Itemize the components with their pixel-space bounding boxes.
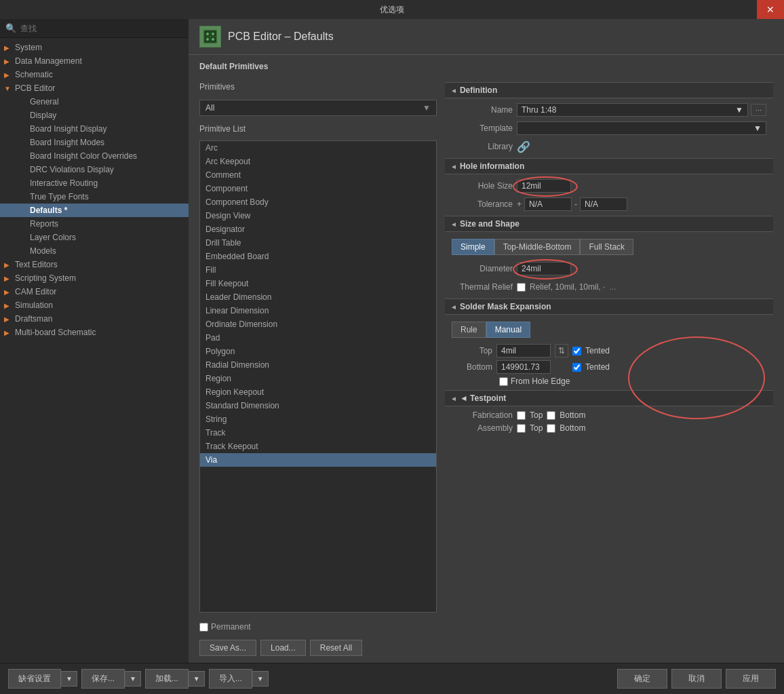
thermal-checkbox[interactable] — [517, 283, 526, 292]
tol-plus-input[interactable] — [524, 197, 572, 211]
list-item[interactable]: Pad — [200, 331, 436, 345]
load-button[interactable]: Load... — [260, 640, 306, 656]
default-settings-arrow[interactable]: ▼ — [61, 671, 77, 687]
sidebar-item-boardInsightDisplay[interactable]: Board Insight Display — [0, 122, 189, 136]
template-dropdown[interactable]: ▼ — [517, 121, 766, 135]
sidebar-item-draftsman[interactable]: ▶Draftsman — [0, 312, 189, 326]
sidebar-item-truetypeFonts[interactable]: True Type Fonts — [0, 190, 189, 204]
primitives-dropdown[interactable]: All ▼ — [199, 100, 437, 116]
sidebar-item-label: Models — [30, 246, 56, 256]
list-item[interactable]: Region — [200, 372, 436, 385]
reset-all-button[interactable]: Reset All — [310, 640, 362, 656]
import-arrow[interactable]: ▼ — [252, 671, 269, 687]
sidebar-item-dataManagement[interactable]: ▶Data Management — [0, 54, 189, 68]
solder-mask-collapse-icon[interactable]: ◄ — [450, 303, 457, 311]
top-middle-bottom-button[interactable]: Top-Middle-Bottom — [494, 239, 581, 255]
list-item[interactable]: Linear Dimension — [200, 304, 436, 317]
list-item[interactable]: Component Body — [200, 195, 436, 209]
sidebar-item-multiboardSchematic[interactable]: ▶Multi-board Schematic — [0, 326, 189, 339]
bottom-mask-input[interactable] — [496, 360, 551, 374]
name-more-button[interactable]: ··· — [751, 104, 766, 116]
save-arrow[interactable]: ▼ — [125, 671, 141, 687]
size-shape-collapse-icon[interactable]: ◄ — [450, 220, 457, 228]
save-as-button[interactable]: Save As... — [199, 640, 256, 656]
list-item[interactable]: Drill Table — [200, 236, 436, 250]
from-hole-edge-checkbox[interactable] — [499, 377, 508, 386]
sidebar-item-label: General — [30, 97, 59, 107]
bottom-tented-checkbox[interactable] — [572, 363, 581, 372]
template-row: Template ▼ — [452, 121, 766, 136]
list-item[interactable]: Fill Keepout — [200, 277, 436, 290]
top-tented-checkbox[interactable] — [572, 347, 581, 355]
sidebar-item-models[interactable]: Models — [0, 244, 189, 258]
assembly-bottom-checkbox[interactable] — [547, 424, 555, 433]
library-link-icon[interactable]: 🔗 — [517, 140, 530, 153]
link-toggle-button[interactable]: ⇅ — [555, 344, 568, 358]
testpoint-collapse-icon[interactable]: ◄ — [450, 395, 457, 402]
sidebar-arrow-icon: ▶ — [4, 44, 12, 52]
list-item[interactable]: Comment — [200, 168, 436, 182]
list-item[interactable]: Standard Dimension — [200, 399, 436, 412]
list-item[interactable]: Component — [200, 182, 436, 195]
simple-button[interactable]: Simple — [452, 239, 494, 255]
hole-size-input[interactable] — [517, 179, 571, 193]
list-item[interactable]: Designator — [200, 223, 436, 236]
apply-button[interactable]: 应用 — [726, 669, 776, 689]
sidebar-item-layerColors[interactable]: Layer Colors — [0, 231, 189, 244]
sidebar-item-system[interactable]: ▶System — [0, 41, 189, 54]
sidebar-item-boardInsightModes[interactable]: Board Insight Modes — [0, 136, 189, 149]
hole-info-collapse-icon[interactable]: ◄ — [450, 163, 457, 170]
confirm-button[interactable]: 确定 — [617, 669, 667, 689]
list-item[interactable]: Region Keepout — [200, 385, 436, 399]
thermal-extra[interactable]: ... — [609, 282, 616, 292]
close-button[interactable]: ✕ — [757, 0, 784, 19]
list-item[interactable]: Arc Keepout — [200, 155, 436, 168]
sidebar-item-defaults[interactable]: Defaults * — [0, 204, 189, 217]
search-input[interactable] — [20, 24, 183, 33]
list-item[interactable]: Track Keepout — [200, 440, 436, 453]
list-item[interactable]: Via — [200, 453, 436, 467]
sidebar-item-camEditor[interactable]: ▶CAM Editor — [0, 285, 189, 298]
list-item[interactable]: Ordinate Dimension — [200, 317, 436, 331]
list-item[interactable]: Design View — [200, 209, 436, 223]
list-item[interactable]: Fill — [200, 263, 436, 277]
sidebar-item-reports[interactable]: Reports — [0, 217, 189, 231]
fabrication-top-checkbox[interactable] — [517, 411, 526, 420]
tol-minus-input[interactable] — [580, 197, 627, 211]
sidebar-item-interactiveRouting[interactable]: Interactive Routing — [0, 176, 189, 190]
list-item[interactable]: Embedded Board — [200, 250, 436, 263]
fabrication-bottom-checkbox[interactable] — [547, 411, 555, 420]
sidebar-item-schematic[interactable]: ▶Schematic — [0, 68, 189, 81]
sidebar-item-boardInsightColorOverrides[interactable]: Board Insight Color Overrides — [0, 149, 189, 163]
sidebar-item-pcbEditor[interactable]: ▼PCB Editor — [0, 81, 189, 95]
list-item[interactable]: Radial Dimension — [200, 358, 436, 372]
sidebar-item-drcViolationsDisplay[interactable]: DRC Violations Display — [0, 163, 189, 176]
list-item[interactable]: Leader Dimension — [200, 290, 436, 304]
assembly-top-checkbox[interactable] — [517, 424, 526, 433]
sidebar-item-simulation[interactable]: ▶Simulation — [0, 298, 189, 312]
list-item[interactable]: String — [200, 412, 436, 426]
list-item[interactable]: Polygon — [200, 345, 436, 358]
list-item[interactable]: Arc — [200, 141, 436, 155]
load-button-bottom[interactable]: 加载... — [145, 669, 189, 689]
sidebar-item-display[interactable]: Display — [0, 109, 189, 122]
full-stack-button[interactable]: Full Stack — [580, 239, 633, 255]
sidebar-item-textEditors[interactable]: ▶Text Editors — [0, 258, 189, 271]
rule-button[interactable]: Rule — [452, 322, 486, 338]
permanent-checkbox[interactable] — [199, 623, 208, 632]
list-item[interactable]: Track — [200, 426, 436, 440]
manual-button[interactable]: Manual — [486, 322, 530, 338]
hole-info-section-header: ◄ Hole information — [445, 158, 773, 174]
sidebar-item-scriptingSystem[interactable]: ▶Scripting System — [0, 271, 189, 285]
sidebar-item-label: Scripting System — [15, 273, 76, 283]
sidebar-item-general[interactable]: General — [0, 95, 189, 109]
default-settings-button[interactable]: 缺省设置 — [8, 669, 61, 689]
save-button[interactable]: 保存... — [81, 669, 125, 689]
import-button[interactable]: 导入... — [209, 669, 252, 689]
cancel-button[interactable]: 取消 — [671, 669, 722, 689]
load-arrow[interactable]: ▼ — [189, 671, 205, 687]
diameter-input[interactable] — [517, 262, 571, 275]
name-dropdown[interactable]: Thru 1:48 ▼ — [517, 103, 748, 117]
top-mask-input[interactable] — [496, 344, 551, 358]
definition-collapse-icon[interactable]: ◄ — [450, 87, 457, 94]
